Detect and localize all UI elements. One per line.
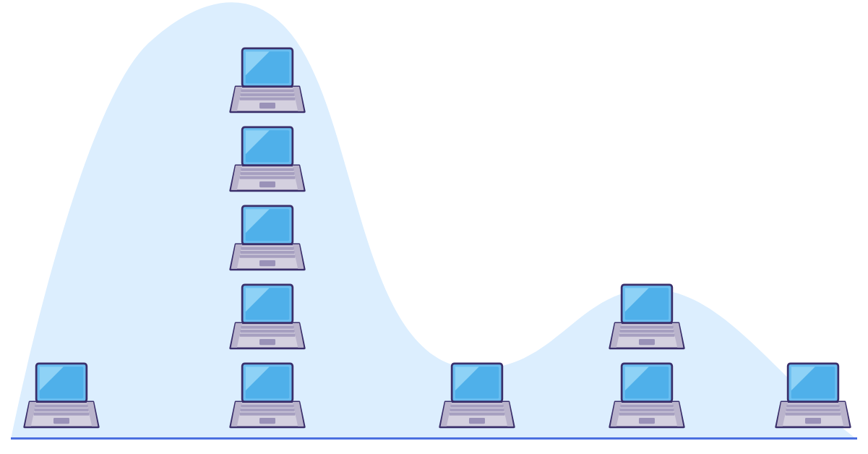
laptop-icon	[228, 123, 307, 199]
laptop-icon	[228, 359, 307, 435]
column-4	[603, 279, 690, 437]
laptop-icon	[228, 280, 307, 356]
column-1	[18, 358, 105, 437]
laptop-icon	[773, 359, 853, 435]
column-3	[434, 358, 520, 437]
laptop-icon	[437, 359, 517, 435]
laptop-icon	[228, 44, 307, 120]
column-2	[224, 43, 311, 437]
baseline	[11, 437, 857, 440]
column-5	[770, 358, 856, 437]
diagram-canvas	[0, 0, 868, 454]
laptop-icon	[607, 280, 687, 356]
laptop-icon	[22, 359, 101, 435]
laptop-icon	[607, 359, 687, 435]
laptop-icon	[228, 202, 307, 278]
